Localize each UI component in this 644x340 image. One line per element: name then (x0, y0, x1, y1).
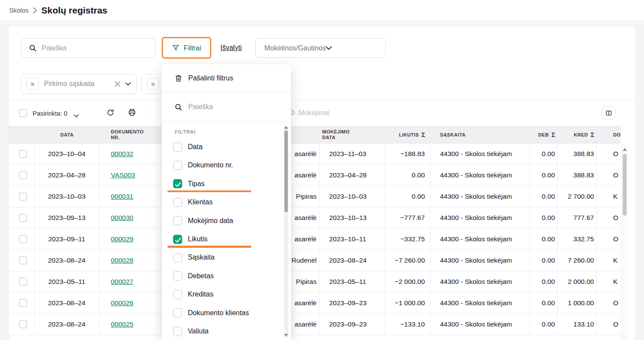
document-link[interactable]: 000028 (111, 257, 133, 264)
document-link[interactable]: 000031 (111, 193, 133, 200)
cell-account: 44300 - Skolos tiekėjam (430, 207, 530, 228)
cell-date: 2023–05–11 (35, 271, 99, 292)
scroll-up-arrow-icon[interactable] (284, 126, 288, 129)
cell-payment-date: 2023–10–03 (320, 186, 385, 207)
cell-balance: −188.83 (385, 143, 430, 164)
selected-count-label: Pasirinkta: 0 (33, 110, 67, 117)
print-button[interactable] (128, 108, 136, 117)
cell-date: 2023–09–11 (35, 229, 99, 250)
table-row: 2023–09–13 000030 asarėlė 2023–10–13 −77… (9, 207, 621, 229)
filter-option-label: Mokėjimo data (188, 217, 233, 225)
filter-option[interactable]: Mokėjimo data (162, 212, 279, 230)
header-payment-date[interactable]: MOKĖJIMO DATA (320, 127, 385, 143)
cell-checkbox (9, 186, 35, 207)
cell-date: 2023–08–24 (35, 250, 99, 271)
panel-search-input[interactable] (188, 103, 267, 111)
filter-option-checkbox[interactable] (173, 198, 182, 207)
row-checkbox[interactable] (19, 150, 27, 158)
search-box (21, 38, 156, 58)
filter-option-checkbox[interactable] (173, 143, 182, 152)
filter-option[interactable]: Valiuta (162, 322, 279, 340)
select-all-checkbox[interactable] (19, 109, 27, 117)
row-checkbox[interactable] (19, 193, 27, 200)
header-document-nr[interactable]: DOKUMENTO NR. (99, 127, 162, 143)
sum-icon[interactable]: Σ (421, 132, 425, 138)
cell-payment-date: 2023–05–11 (320, 271, 385, 292)
filter-option[interactable]: Kreditas (162, 285, 279, 303)
clear-filters-link[interactable]: Išvalyti (220, 44, 242, 52)
document-link[interactable]: VAS003 (111, 171, 135, 179)
cell-account: 44300 - Skolos tiekėjam (430, 143, 530, 164)
filter-option-checkbox[interactable] (173, 308, 182, 317)
header-date[interactable]: DATA (35, 127, 99, 143)
breadcrumb-parent-link[interactable]: Skolos (9, 7, 29, 14)
row-checkbox[interactable] (19, 257, 27, 264)
scrollbar-thumb[interactable] (284, 130, 288, 212)
table-scrollbar[interactable] (621, 144, 628, 340)
search-input[interactable] (42, 44, 149, 52)
filter-option-checkbox[interactable] (173, 327, 182, 336)
close-icon[interactable] (115, 81, 120, 87)
filter-option[interactable]: Sąskaita (162, 248, 279, 267)
filter-option-label: Klientas (188, 198, 213, 206)
refresh-button[interactable] (107, 109, 114, 117)
row-checkbox[interactable] (19, 171, 27, 179)
scroll-up-arrow-icon[interactable] (623, 148, 627, 151)
type-filter-select[interactable]: Mokėtinos/Gautinos (255, 38, 386, 58)
cell-payment-date: 2023–10–13 (320, 207, 385, 228)
document-link[interactable]: 000026 (111, 299, 133, 307)
row-checkbox[interactable] (19, 320, 27, 328)
chevron-down-icon[interactable] (125, 82, 131, 86)
cell-account: 44300 - Skolos tiekėjam (430, 250, 530, 271)
cell-debit: 0.00 (530, 207, 557, 228)
row-checkbox[interactable] (19, 299, 27, 307)
row-checkbox[interactable] (19, 278, 27, 286)
cell-debit: 0.00 (530, 250, 557, 271)
remove-filters-item[interactable]: Pašalinti filtrus (162, 64, 291, 92)
document-link[interactable]: 000030 (111, 214, 133, 222)
cell-checkbox (9, 143, 35, 164)
filter-chip-type[interactable]: = Pirkimo sąskaita (21, 74, 137, 94)
sum-icon[interactable]: Σ (551, 132, 555, 138)
filter-option[interactable]: Klientas (162, 193, 279, 211)
filter-option[interactable]: Dokumento nr. (162, 156, 279, 174)
filter-option[interactable]: Dokumento klientas (162, 304, 279, 322)
header-account[interactable]: SĄSKAITA (430, 127, 530, 143)
cell-balance: −332.75 (385, 229, 430, 250)
sum-icon[interactable]: Σ (591, 132, 594, 138)
cell-doc-client: K (597, 271, 621, 292)
header-doc-client[interactable]: DOKU (597, 127, 621, 143)
header-checkbox-col (9, 127, 35, 143)
scroll-down-arrow-icon[interactable] (284, 334, 288, 337)
filter-option[interactable]: Debetas (162, 267, 279, 285)
cell-balance: −1 000.00 (385, 293, 430, 313)
cell-doc-client: K (597, 250, 621, 271)
filter-option-checkbox[interactable] (173, 290, 182, 299)
row-checkbox[interactable] (19, 235, 27, 243)
filter-option[interactable]: Data (162, 138, 279, 156)
row-checkbox[interactable] (19, 214, 27, 222)
filter-option-checkbox[interactable] (173, 179, 182, 188)
document-link[interactable]: 000029 (111, 235, 133, 243)
table-row: 2023–08–24 000026 asarėlė 2023–09–23 −1 … (9, 293, 621, 314)
filter-option[interactable]: Likutis (162, 230, 279, 248)
header-credit[interactable]: KRED Σ (557, 127, 597, 143)
chevron-down-icon[interactable] (74, 111, 79, 119)
document-link[interactable]: 000025 (111, 320, 133, 328)
panel-scrollbar[interactable] (284, 125, 288, 337)
filter-option-checkbox[interactable] (173, 271, 182, 280)
type-filter-value: Mokėtinos/Gautinos (264, 44, 326, 52)
column-settings-button[interactable] (602, 106, 615, 120)
scrollbar-thumb[interactable] (623, 154, 627, 216)
header-balance[interactable]: LIKUTIS Σ (385, 127, 430, 143)
filter-option-checkbox[interactable] (173, 216, 182, 225)
cell-payment-date: 2023–08–24 (320, 250, 385, 271)
document-link[interactable]: 000027 (111, 278, 133, 286)
header-debit[interactable]: DEB Σ (530, 127, 557, 143)
filter-option-checkbox[interactable] (173, 161, 182, 170)
document-link[interactable]: 000032 (111, 150, 133, 158)
filters-button[interactable]: Filtrai (162, 37, 211, 59)
filter-option[interactable]: Tipas (162, 175, 279, 193)
filter-option-checkbox[interactable] (173, 253, 182, 262)
filter-option-checkbox[interactable] (173, 235, 182, 244)
